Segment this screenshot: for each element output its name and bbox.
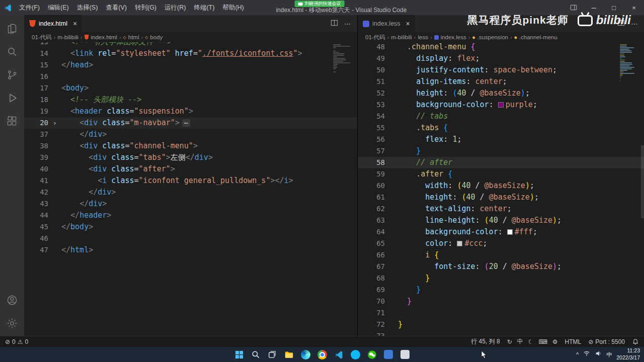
breadcrumb-item[interactable]: index.html (85, 34, 117, 40)
tab-index-html[interactable]: index.html × (24, 15, 83, 32)
code-line[interactable]: 18 <!-- 头部模块 --> (24, 94, 357, 106)
code-line[interactable]: 73 (358, 330, 644, 336)
search-taskbar-icon[interactable] (250, 348, 262, 360)
code-line[interactable]: 61 height: (40 / @baseSize); (358, 192, 644, 203)
split-editor-icon[interactable] (331, 19, 338, 28)
breadcrumb-item[interactable]: m-bilibili (57, 34, 78, 40)
code-line[interactable]: 51 align-items: center; (358, 76, 644, 87)
code-line[interactable]: 15</head> (24, 59, 357, 71)
code-line[interactable]: 55 .tabs { (358, 122, 644, 134)
explorer-icon[interactable] (0, 17, 24, 40)
breadcrumb-item[interactable]: ◇body (145, 34, 163, 40)
breadcrumb-item[interactable]: index.less (434, 34, 466, 40)
code-line[interactable]: 38 <div class="channel-menu"> (24, 140, 357, 152)
wifi-icon[interactable] (583, 350, 590, 359)
clock[interactable]: 11:23 2022/3/17 (616, 347, 640, 361)
fold-chevron-icon[interactable]: › (48, 117, 61, 129)
app-gray-taskbar-icon[interactable] (399, 348, 411, 360)
code-line[interactable]: 17<body> (24, 82, 357, 94)
ime-indicator[interactable]: 中 (606, 351, 612, 358)
code-line[interactable]: 37 </div> (24, 129, 357, 140)
menu-item[interactable]: 转到(G) (131, 0, 160, 15)
language-mode[interactable]: HTML (565, 338, 582, 345)
code-line[interactable]: 16 (24, 71, 357, 82)
minimap[interactable] (333, 44, 352, 73)
code-line[interactable]: 67 font-size: (20 / @baseSize); (358, 261, 644, 273)
code-line[interactable]: 19 <header class="suspension"> (24, 106, 357, 117)
task-view-taskbar-icon[interactable] (266, 348, 278, 360)
code-line[interactable]: 46 (24, 233, 357, 244)
problems-indicator[interactable]: ⊘ 0 ⚠ 0 (5, 338, 28, 345)
cursor-position[interactable]: 行 45, 列 8 (471, 337, 500, 346)
settings-icon[interactable]: ⚙ (552, 338, 558, 345)
code-line[interactable]: 43 </div> (24, 198, 357, 210)
code-line[interactable]: 41 <i class="iconfont general_pulldown_s… (24, 175, 357, 187)
minimap[interactable] (620, 44, 639, 83)
breadcrumb-item[interactable]: ◆.channel-menu (514, 34, 557, 40)
search-icon[interactable] (0, 40, 24, 63)
vscode-taskbar-icon[interactable] (333, 348, 345, 360)
code-editor-less[interactable]: 48 .channel-menu {49 display: flex;50 ju… (358, 42, 644, 336)
menu-item[interactable]: 帮助(H) (218, 0, 248, 15)
code-line[interactable]: 60 width: (40 / @baseSize); (358, 180, 644, 192)
tray-chevron-up-icon[interactable]: ^ (576, 351, 579, 357)
breadcrumb-item[interactable]: ◇html (123, 34, 139, 40)
breadcrumb-item[interactable]: 01-代码 (32, 34, 52, 41)
ime-chinese-icon[interactable]: 中 (517, 337, 523, 346)
code-line[interactable]: 42 </div> (24, 187, 357, 198)
breadcrumb-item[interactable]: ◆.suspension (472, 34, 508, 40)
code-line[interactable]: 20› <div class="m-navbar">⋯ (24, 117, 357, 129)
menu-item[interactable]: 文件(F) (15, 0, 44, 15)
start-taskbar-icon[interactable] (233, 348, 245, 360)
code-line[interactable]: 69 } (358, 284, 644, 296)
code-line[interactable]: 63 line-height: (40 / @baseSize); (358, 215, 644, 226)
scrollbar-thumb[interactable] (641, 145, 644, 218)
menu-item[interactable]: 运行(R) (160, 0, 190, 15)
code-line[interactable]: 57 } (358, 145, 644, 157)
breadcrumb-item[interactable]: 01-代码 (365, 34, 385, 41)
qq-taskbar-icon[interactable] (349, 348, 361, 360)
code-line[interactable]: 66 i { (358, 249, 644, 261)
code-line[interactable]: 52 height: (40 / @baseSize); (358, 87, 644, 99)
code-line[interactable]: 62 text-align: center; (358, 203, 644, 215)
menu-item[interactable]: 选择(S) (73, 0, 102, 15)
breadcrumb-item[interactable]: m-bilibili (391, 34, 412, 40)
code-editor-html[interactable]: 13 <!-- 引入字体图标文件 -->14 <link rel="styles… (24, 42, 357, 336)
chrome-taskbar-icon[interactable] (316, 348, 328, 360)
run-debug-icon[interactable] (0, 86, 24, 110)
sync-icon[interactable]: ↻ (507, 338, 512, 345)
code-line[interactable]: 50 justify-content: space-between; (358, 64, 644, 76)
more-actions-icon[interactable]: ⋯ (344, 20, 351, 28)
source-control-icon[interactable] (0, 63, 24, 86)
live-server-port[interactable]: ⊘ Port : 5500 (588, 338, 625, 345)
code-line[interactable]: 14 <link rel="stylesheet" href="./fonts/… (24, 48, 357, 59)
code-line[interactable]: 65 color: #ccc; (358, 238, 644, 249)
vscode-logo-icon[interactable] (0, 4, 15, 12)
code-line[interactable]: 49 display: flex; (358, 53, 644, 64)
code-line[interactable]: 45</body> (24, 221, 357, 233)
account-icon[interactable] (0, 289, 24, 312)
keyboard-icon[interactable]: ⌨ (538, 338, 547, 345)
code-line[interactable]: 13 <!-- 引入字体图标文件 --> (24, 42, 357, 48)
code-line[interactable]: 39 <div class="tabs">左侧</div> (24, 152, 357, 163)
more-actions-icon[interactable]: ⋯ (631, 20, 638, 28)
moon-icon[interactable]: ☾ (528, 338, 534, 345)
code-line[interactable]: 54 // tabs (358, 111, 644, 122)
code-line[interactable]: 40 <div class="after"> (24, 163, 357, 175)
code-line[interactable]: 53 background-color: purple; (358, 99, 644, 111)
volume-icon[interactable] (595, 350, 602, 359)
code-line[interactable]: 56 flex: 1; (358, 134, 644, 145)
close-tab-icon[interactable]: × (406, 20, 410, 28)
code-line[interactable]: 64 background-color: #fff; (358, 226, 644, 238)
menu-item[interactable]: 编辑(E) (44, 0, 73, 15)
notifications-bell-icon[interactable] (632, 338, 639, 345)
menu-item[interactable]: 查看(V) (102, 0, 131, 15)
code-line[interactable]: 72} (358, 319, 644, 330)
code-line[interactable]: 71 (358, 307, 644, 319)
breadcrumb-item[interactable]: less (418, 34, 428, 40)
meeting-notification-badge[interactable]: 刘晓强的快速会议 (295, 1, 345, 7)
settings-icon[interactable] (0, 312, 24, 335)
menu-item[interactable]: 终端(T) (190, 0, 218, 15)
code-line[interactable]: 68 } (358, 273, 644, 284)
edge-taskbar-icon[interactable] (299, 348, 311, 360)
